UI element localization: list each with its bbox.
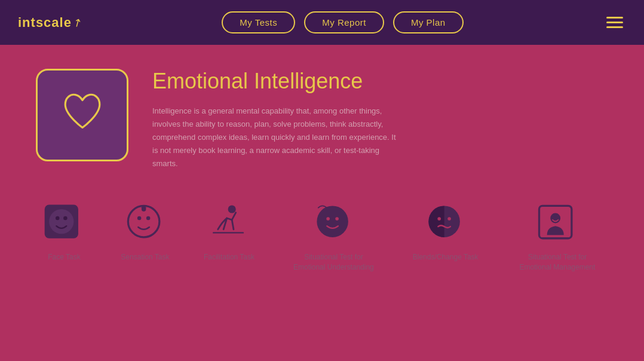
svg-point-11 xyxy=(326,218,330,221)
sensation-task-label: Sensation Task xyxy=(121,252,169,262)
logo-arrow-icon: ↗ xyxy=(70,14,84,30)
my-report-button[interactable]: My Report xyxy=(304,11,384,33)
svg-point-5 xyxy=(137,216,142,221)
task-blends-change[interactable]: Blends/Change Task xyxy=(413,200,479,273)
logo: intscale ↗ xyxy=(18,15,82,30)
svg-point-1 xyxy=(49,209,73,234)
situational-management-label: Situational Test for Emotional Managemen… xyxy=(513,252,602,273)
blends-change-icon xyxy=(423,200,468,245)
logo-text: intscale xyxy=(18,15,72,30)
situational-understanding-icon xyxy=(311,200,356,245)
svg-point-8 xyxy=(228,206,236,213)
face-task-label: Face Task xyxy=(48,252,80,262)
hero-description: Emotional Intelligence Intelligence is a… xyxy=(152,69,403,170)
face-task-icon xyxy=(42,200,87,245)
main-nav: My Tests My Report My Plan xyxy=(222,11,463,33)
svg-point-2 xyxy=(56,216,60,221)
svg-point-10 xyxy=(317,206,348,238)
facilitation-task-label: Facilitation Task xyxy=(204,252,254,262)
hero-title: Emotional Intelligence xyxy=(152,69,403,94)
task-facilitation[interactable]: Facilitation Task xyxy=(204,200,254,273)
hamburger-menu[interactable] xyxy=(603,14,626,31)
heart-card xyxy=(36,69,128,161)
hamburger-line-2 xyxy=(606,22,623,23)
situational-understanding-label: Situational Test for Emotional Understan… xyxy=(289,252,378,273)
sensation-task-icon xyxy=(122,200,167,245)
my-plan-button[interactable]: My Plan xyxy=(393,11,464,33)
task-situational-management[interactable]: Situational Test for Emotional Managemen… xyxy=(513,200,602,273)
task-face[interactable]: Face Task xyxy=(42,200,87,273)
my-tests-button[interactable]: My Tests xyxy=(222,11,295,33)
situational-management-icon xyxy=(535,200,579,245)
task-sensation[interactable]: Sensation Task xyxy=(121,200,169,273)
hero-section: Emotional Intelligence Intelligence is a… xyxy=(36,69,608,170)
hamburger-line-3 xyxy=(606,26,623,28)
main-content: Emotional Intelligence Intelligence is a… xyxy=(0,45,644,284)
svg-point-14 xyxy=(438,218,441,221)
svg-point-3 xyxy=(63,216,68,221)
blends-change-label: Blends/Change Task xyxy=(413,252,479,262)
hero-text: Intelligence is a general mental capabil… xyxy=(152,105,403,170)
main-header: intscale ↗ My Tests My Report My Plan xyxy=(0,0,644,45)
svg-point-6 xyxy=(146,216,151,221)
task-situational-understanding[interactable]: Situational Test for Emotional Understan… xyxy=(289,200,378,273)
svg-point-12 xyxy=(335,218,339,221)
svg-point-15 xyxy=(447,218,451,221)
hamburger-line-1 xyxy=(606,17,623,19)
tasks-section: Face Task Sensation Task xyxy=(36,200,608,273)
facilitation-task-icon xyxy=(207,200,252,245)
heart-icon xyxy=(56,87,109,143)
